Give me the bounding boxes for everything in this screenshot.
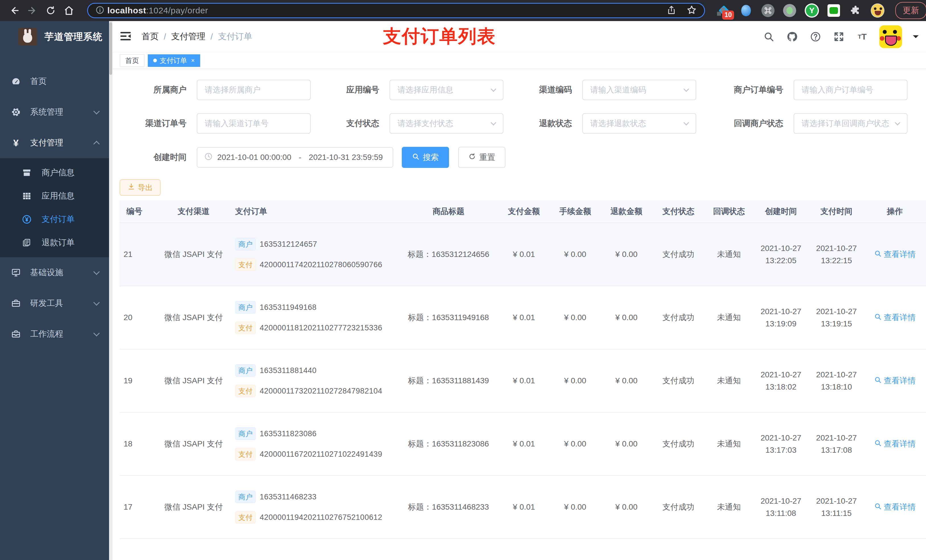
github-icon[interactable] — [786, 30, 799, 43]
cell-refund: ¥ 0.00 — [601, 439, 652, 448]
sidebar-item-system[interactable]: 系统管理 — [0, 97, 109, 127]
view-detail-link[interactable]: 查看详情 — [864, 312, 925, 323]
view-detail-link[interactable]: 查看详情 — [864, 375, 925, 386]
sidebar-item-pay-order[interactable]: 支付订单 — [0, 208, 109, 231]
filter-input[interactable]: 请输入渠道编码 — [582, 80, 696, 100]
cell-order: 商户 1635312124657 支付 42000011742021102780… — [231, 238, 399, 271]
share-icon[interactable] — [667, 5, 676, 16]
extension-diamond-icon[interactable]: 10 — [717, 4, 731, 17]
font-size-icon[interactable]: TT — [856, 30, 869, 43]
tab-home[interactable]: 首页 — [120, 54, 144, 67]
update-button[interactable]: 更新 — [895, 2, 926, 19]
chevron-down-icon[interactable] — [913, 35, 918, 41]
filter-input[interactable]: 请选择应用信息 — [390, 80, 504, 100]
cell-channel: 微信 JSAPI 支付 — [157, 502, 231, 512]
col-header-title: 商品标题 — [399, 206, 498, 217]
extension-command-icon[interactable] — [761, 4, 775, 17]
close-icon[interactable]: × — [191, 57, 195, 64]
filter-label: 渠道订单号 — [120, 118, 186, 129]
cell-title: 标题：1635311881439 — [399, 375, 498, 386]
export-button[interactable]: 导出 — [120, 179, 160, 196]
view-detail-link[interactable]: 查看详情 — [864, 438, 925, 449]
page-content: 所属商户 请选择所属商户 应用编号 请选择应用信息 渠道编码 请输入渠道编码 商… — [112, 69, 926, 560]
breadcrumb-home[interactable]: 首页 — [142, 31, 159, 42]
sidebar-item-infra[interactable]: 基础设施 — [0, 257, 109, 288]
sidebar-item-refund-order[interactable]: 退款订单 — [0, 231, 109, 254]
col-header-fee: 手续金额 — [549, 206, 601, 217]
cell-notify-status: 未通知 — [705, 375, 753, 386]
monitor-icon — [11, 268, 21, 278]
filter-input[interactable]: 请输入渠道订单号 — [197, 113, 311, 134]
filter-input[interactable]: 请选择支付状态 — [390, 113, 504, 134]
table-body: 21 微信 JSAPI 支付 商户 1635312124657 支付 42000… — [120, 223, 926, 560]
extension-record-icon[interactable] — [783, 4, 796, 17]
search-icon[interactable] — [763, 30, 775, 43]
breadcrumb-pay[interactable]: 支付管理 — [171, 31, 205, 42]
extensions-puzzle-icon[interactable] — [849, 4, 862, 17]
page-scrollbar[interactable] — [109, 21, 112, 560]
avatar[interactable] — [879, 25, 902, 48]
search-button[interactable]: 搜索 — [402, 147, 449, 168]
orders-table: 编号 支付渠道 支付订单 商品标题 支付金额 手续金额 退款金额 支付状态 回调… — [120, 200, 926, 560]
view-detail-link[interactable]: 查看详情 — [864, 502, 925, 512]
cell-id: 21 — [120, 250, 157, 259]
extension-chat-icon[interactable] — [828, 4, 840, 17]
back-icon[interactable] — [6, 3, 22, 18]
filter-input[interactable]: 请选择订单回调商户状态 — [794, 113, 908, 134]
cell-fee: ¥ 0.00 — [549, 250, 601, 259]
scrollbar-thumb[interactable] — [109, 22, 112, 75]
sidebar-item-label: 基础设施 — [30, 267, 85, 278]
col-header-pay-time: 支付时间 — [809, 206, 864, 217]
filter-label: 商户订单编号 — [707, 84, 783, 96]
col-header-refund: 退款金额 — [601, 206, 652, 217]
filter-input[interactable]: 请选择退款状态 — [582, 113, 696, 134]
view-detail-link[interactable]: 查看详情 — [864, 249, 925, 260]
url-text[interactable]: localhost:1024/pay/order — [107, 6, 664, 15]
cell-refund: ¥ 0.00 — [601, 313, 652, 322]
star-icon[interactable] — [687, 5, 697, 16]
shop-icon — [22, 168, 32, 178]
tab-pay-order[interactable]: 支付订单 × — [148, 54, 200, 67]
reset-button[interactable]: 重置 — [458, 147, 505, 168]
filter-input[interactable]: 请输入商户订单编号 — [794, 80, 908, 100]
filter-input[interactable]: 请选择所属商户 — [197, 80, 311, 100]
sidebar-item-dev-tools[interactable]: 研发工具 — [0, 288, 109, 319]
cell-fee: ¥ 0.00 — [549, 313, 601, 322]
breadcrumb-current: 支付订单 — [218, 31, 252, 42]
cell-notify-status: 未通知 — [705, 502, 753, 512]
cell-refund: ¥ 0.00 — [601, 250, 652, 259]
briefcase-icon — [11, 329, 21, 339]
forward-icon[interactable] — [24, 3, 41, 18]
sidebar-item-home[interactable]: 首页 — [0, 66, 109, 97]
fullscreen-icon[interactable] — [832, 30, 845, 43]
col-header-action: 操作 — [864, 206, 925, 217]
magnifier-icon — [874, 313, 882, 322]
cell-id: 17 — [120, 503, 157, 512]
help-icon[interactable] — [809, 30, 822, 43]
logo-rabbit-image — [18, 28, 37, 45]
sidebar-item-label: 工作流程 — [30, 328, 85, 340]
reload-icon[interactable] — [43, 3, 59, 18]
url-bar[interactable]: localhost:1024/pay/order — [87, 3, 705, 18]
extension-balloon-icon[interactable] — [739, 4, 753, 17]
app-logo[interactable]: 芋道管理系统 — [0, 21, 109, 52]
table-row: 20 微信 JSAPI 支付 商户 1635311949168 支付 42000… — [120, 286, 926, 349]
sidebar-item-pay[interactable]: ¥ 支付管理 — [0, 127, 109, 158]
sidebar-fold-icon[interactable] — [120, 31, 131, 42]
home-icon[interactable] — [61, 3, 77, 18]
filter-placeholder: 请选择退款状态 — [590, 118, 684, 129]
tags-view: 首页 支付订单 × — [112, 52, 926, 69]
info-icon[interactable] — [95, 5, 104, 16]
extension-emoji-icon[interactable] — [871, 4, 884, 17]
cell-pay-time: 2021-10-2713:19:15 — [809, 305, 864, 330]
cell-title: 标题：1635311949168 — [399, 312, 498, 323]
col-header-pay-status: 支付状态 — [652, 206, 705, 217]
sidebar-item-workflow[interactable]: 工作流程 — [0, 319, 109, 349]
cell-fee: ¥ 0.00 — [549, 376, 601, 385]
date-range-input[interactable]: 2021-10-01 00:00:00 - 2021-10-31 23:59:5… — [197, 147, 393, 168]
cell-title: 标题：1635311468233 — [399, 502, 498, 512]
sidebar-item-app-info[interactable]: 应用信息 — [0, 184, 109, 208]
extension-y-icon[interactable]: Y — [805, 3, 819, 18]
sidebar-item-merchant-info[interactable]: 商户信息 — [0, 161, 109, 184]
merchant-tag: 商户 — [235, 238, 256, 251]
